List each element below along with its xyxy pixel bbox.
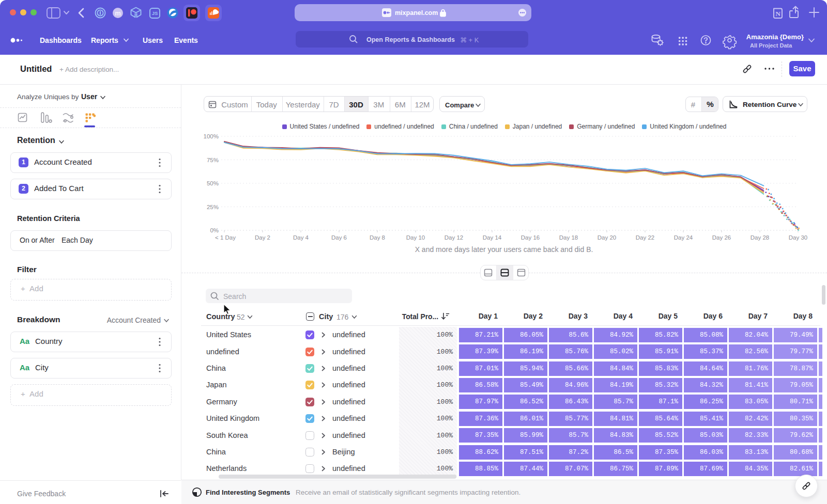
svg-text:Day 14: Day 14 [483, 234, 502, 241]
svg-text:Day 26: Day 26 [712, 234, 731, 241]
svg-text:25%: 25% [207, 204, 219, 210]
svg-text:Day 28: Day 28 [751, 234, 769, 241]
svg-text:m: m [115, 9, 121, 17]
svg-text:Day 8: Day 8 [370, 234, 385, 241]
svg-text:Day 10: Day 10 [406, 234, 425, 241]
svg-text:75%: 75% [207, 157, 219, 163]
svg-text:JS: JS [152, 10, 158, 16]
svg-text:Day 30: Day 30 [789, 234, 807, 241]
svg-text:Day 24: Day 24 [674, 234, 693, 241]
svg-text:< 1 Day: < 1 Day [215, 234, 236, 241]
svg-text:Day 4: Day 4 [293, 234, 309, 241]
svg-text:Day 18: Day 18 [559, 234, 578, 241]
svg-text:Day 16: Day 16 [521, 234, 540, 241]
svg-text:N: N [775, 10, 780, 18]
svg-text:Day 22: Day 22 [636, 234, 654, 241]
svg-text:Day 6: Day 6 [331, 234, 347, 241]
svg-text:0%: 0% [210, 227, 219, 233]
svg-text:Day 20: Day 20 [598, 234, 616, 241]
svg-text:Day 12: Day 12 [445, 234, 463, 241]
svg-text:100%: 100% [204, 133, 219, 139]
svg-text:Day 2: Day 2 [255, 234, 270, 241]
svg-text:50%: 50% [207, 180, 219, 186]
svg-text:X and more days later your use: X and more days later your users came ba… [415, 245, 593, 254]
